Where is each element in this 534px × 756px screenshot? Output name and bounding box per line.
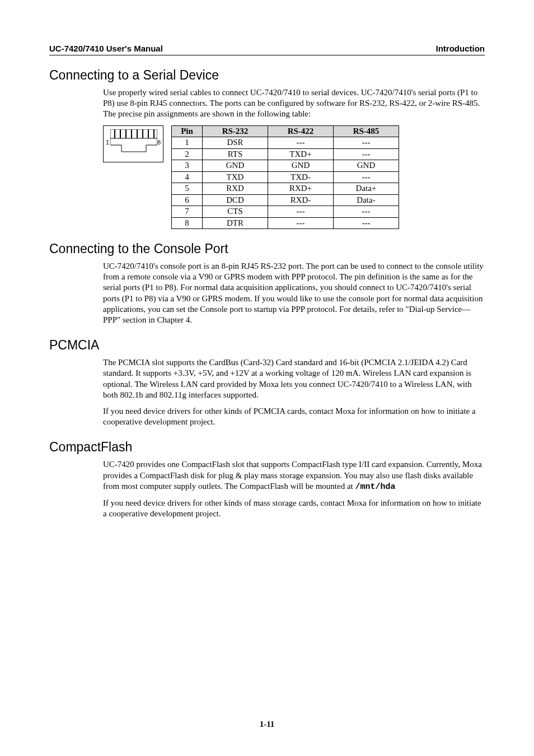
- header-right: Introduction: [436, 44, 485, 53]
- para-serial-device: Use properly wired serial cables to conn…: [103, 87, 485, 120]
- table-row: 4TXDTXD----: [172, 171, 399, 183]
- para-compactflash-1: UC-7420 provides one CompactFlash slot t…: [103, 459, 485, 492]
- heading-pcmcia: PCMCIA: [49, 338, 485, 353]
- para-console-port: UC-7420/7410's console port is an 8-pin …: [103, 261, 485, 325]
- rj45-icon: [110, 129, 157, 154]
- table-row: 5RXDRXD+Data+: [172, 183, 399, 195]
- para-compactflash-2: If you need device drivers for other kin…: [103, 498, 485, 519]
- table-row: 3GNDGNDGND: [172, 160, 399, 172]
- heading-serial-device: Connecting to a Serial Device: [49, 68, 485, 83]
- header-left: UC-7420/7410 User's Manual: [49, 44, 163, 53]
- cf-mount-path: /mnt/hda: [355, 482, 396, 492]
- rj45-connector-diagram: 1 8: [103, 125, 163, 162]
- col-rs422: RS-422: [268, 125, 334, 137]
- table-row: 1DSR------: [172, 137, 399, 149]
- svg-rect-0: [110, 129, 157, 138]
- table-row: 2RTSTXD+---: [172, 148, 399, 160]
- col-rs232: RS-232: [203, 125, 268, 137]
- table-header-row: Pin RS-232 RS-422 RS-485: [172, 125, 399, 137]
- para-pcmcia-1: The PCMCIA slot supports the CardBus (Ca…: [103, 357, 485, 400]
- para-pcmcia-2: If you need device drivers for other kin…: [103, 406, 485, 427]
- page-number: 1-11: [0, 720, 534, 729]
- page-header: UC-7420/7410 User's Manual Introduction: [49, 44, 485, 55]
- table-row: 8DTR------: [172, 217, 399, 229]
- pin-assignment-table: Pin RS-232 RS-422 RS-485 1DSR------ 2RTS…: [171, 125, 399, 230]
- col-pin: Pin: [172, 125, 203, 137]
- pin-label-8: 8: [157, 138, 161, 146]
- pin-label-1: 1: [106, 138, 109, 146]
- heading-compactflash: CompactFlash: [49, 440, 485, 455]
- cf-text: UC-7420 provides one CompactFlash slot t…: [103, 460, 482, 490]
- col-rs485: RS-485: [334, 125, 399, 137]
- table-row: 7CTS------: [172, 206, 399, 218]
- heading-console-port: Connecting to the Console Port: [49, 241, 485, 256]
- table-row: 6DCDRXD-Data-: [172, 194, 399, 206]
